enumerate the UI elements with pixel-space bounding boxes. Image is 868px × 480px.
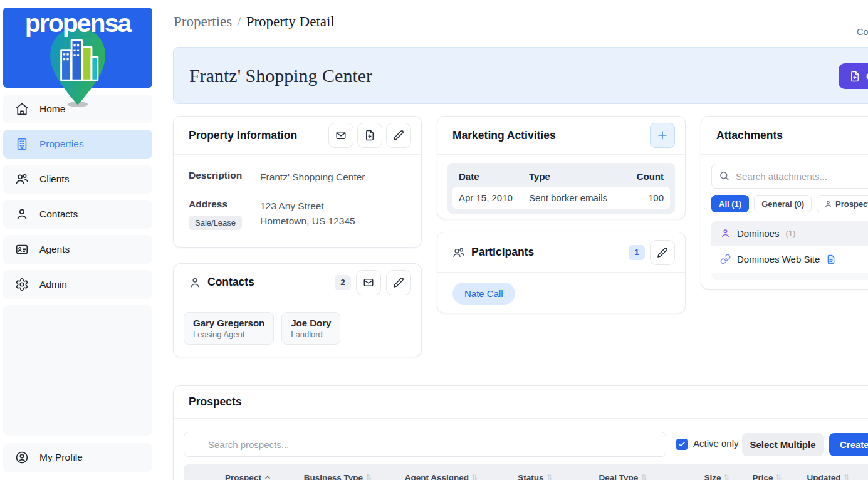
card-title: Attachments	[716, 129, 783, 142]
sort-icon: ⇅	[843, 473, 849, 480]
sort-icon: ⇅	[723, 473, 729, 480]
sidebar-item-label: Agents	[39, 244, 70, 255]
contacts-count-badge: 2	[335, 275, 351, 290]
users-icon	[452, 246, 465, 259]
column-header-prospect[interactable]: Prospect	[184, 473, 313, 480]
prospects-card: Prospects Active only Select Multiple Cr…	[173, 385, 868, 480]
user-icon	[189, 276, 201, 289]
breadcrumb: Properties/Property Detail	[174, 14, 335, 30]
sidebar-item-label: Clients	[39, 174, 69, 185]
document-icon	[826, 254, 836, 264]
active-only-label[interactable]: Active only	[693, 438, 739, 449]
sale-lease-badge: Sale/Lease	[189, 216, 242, 230]
sidebar-item-clients[interactable]: Clients	[3, 165, 152, 194]
pencil-icon	[657, 247, 668, 258]
column-header-price[interactable]: Price⇅	[739, 473, 795, 480]
attachment-group-row[interactable]: Dominoes (1)	[711, 221, 868, 246]
edit-contacts-button[interactable]	[386, 270, 411, 295]
edit-participants-button[interactable]	[650, 240, 675, 265]
attachments-search	[711, 164, 868, 189]
participants-card: Participants 1 Nate Call	[437, 232, 686, 313]
active-only-checkbox[interactable]	[676, 439, 688, 450]
generate-button[interactable]: Generate	[839, 63, 868, 89]
filter-pill-label: Prospect (1)	[835, 199, 868, 209]
activity-date: Apr 15, 2010	[459, 192, 529, 203]
sidebar-item-label: Properties	[39, 138, 84, 150]
column-header-deal-type[interactable]: Deal Type⇅	[551, 473, 695, 480]
sort-icon: ⇅	[471, 473, 478, 480]
edit-button[interactable]	[386, 123, 411, 148]
breadcrumb-current: Property Detail	[246, 14, 335, 29]
attachments-search-input[interactable]	[711, 164, 868, 189]
gear-icon	[15, 278, 29, 291]
attachments-card: Attachments All (1) General (0) Prospect…	[701, 116, 868, 290]
add-activity-button[interactable]	[650, 123, 675, 148]
sidebar-item-agents[interactable]: Agents	[3, 235, 152, 264]
filter-pill-all[interactable]: All (1)	[711, 195, 749, 212]
card-title: Participants	[471, 246, 534, 259]
sort-icon: ⇅	[641, 473, 647, 480]
sidebar-item-properties[interactable]: Properties	[3, 130, 152, 159]
contact-chip[interactable]: Gary Gregerson Leasing Agent	[184, 312, 274, 345]
description-value: Frantz' Shopping Center	[260, 170, 365, 185]
address-row: Address Sale/Lease 123 Any Street Hometo…	[189, 199, 406, 230]
participants-count-badge: 1	[629, 245, 645, 260]
participant-chip[interactable]: Nate Call	[452, 283, 515, 305]
table-row[interactable]: Apr 15, 2010 Sent borker emails 100	[452, 187, 670, 209]
contact-role: Leasing Agent	[193, 330, 264, 339]
prospects-search-input[interactable]	[184, 432, 666, 457]
attachment-link-label: Dominoes Web Site	[737, 254, 820, 264]
pencil-icon	[393, 277, 404, 288]
sidebar-item-my-profile[interactable]: My Profile	[3, 443, 152, 472]
filter-pill-general[interactable]: General (0)	[754, 195, 812, 212]
sidebar-spacer-panel	[3, 305, 152, 436]
check-icon	[678, 441, 686, 448]
users-icon	[15, 172, 29, 186]
column-header-business-type[interactable]: Business Type⇅	[313, 473, 363, 480]
mail-icon	[363, 277, 374, 288]
card-title: Property Information	[189, 129, 297, 142]
pencil-icon	[393, 130, 404, 141]
sidebar-item-admin[interactable]: Admin	[3, 270, 152, 299]
filter-pill-prospect[interactable]: Prospect (1)	[817, 195, 868, 212]
page-title: Frantz' Shopping Center	[189, 48, 372, 103]
address-label: Address Sale/Lease	[189, 199, 260, 230]
app-logo[interactable]: propensa	[3, 8, 152, 88]
building-icon	[15, 137, 29, 151]
activity-type: Sent borker emails	[529, 192, 625, 203]
select-multiple-button[interactable]: Select Multiple	[742, 433, 824, 456]
sort-icon: ⇅	[775, 473, 782, 480]
link-icon	[720, 254, 731, 264]
breadcrumb-properties-link[interactable]: Properties	[174, 14, 232, 29]
email-button[interactable]	[328, 123, 353, 148]
contact-chip[interactable]: Joe Dory Landlord	[281, 312, 340, 345]
address-value: 123 Any Street Hometown, US 12345	[260, 199, 355, 230]
connection-status-text: Connected	[857, 27, 868, 37]
user-icon	[720, 228, 731, 239]
home-icon	[15, 102, 29, 116]
contact-role: Landlord	[291, 330, 331, 339]
breadcrumb-separator: /	[232, 14, 246, 29]
column-header-status[interactable]: Status⇅	[520, 473, 551, 480]
sidebar-item-contacts[interactable]: Contacts	[3, 200, 152, 229]
column-header-agent-assigned[interactable]: Agent Assigned⇅	[363, 473, 520, 480]
column-header-date: Date	[459, 171, 529, 182]
contact-name: Joe Dory	[291, 318, 331, 328]
file-download-icon	[364, 130, 375, 141]
attachments-list: Dominoes (1) Dominoes Web Site	[711, 221, 868, 280]
export-document-button[interactable]	[357, 123, 382, 148]
attachment-group-count: (1)	[786, 229, 796, 238]
property-title-band: Frantz' Shopping Center Generate	[173, 47, 868, 104]
email-contacts-button[interactable]	[356, 270, 381, 295]
activity-count: 100	[625, 192, 664, 203]
create-button[interactable]: Create	[829, 433, 868, 456]
column-header-updated[interactable]: Updated⇅	[795, 473, 861, 480]
column-header-size[interactable]: Size⇅	[695, 473, 739, 480]
sidebar-item-label: Admin	[39, 279, 67, 290]
description-row: Description Frantz' Shopping Center	[189, 170, 406, 185]
plus-icon	[656, 129, 669, 142]
card-title: Contacts	[207, 276, 254, 289]
attachment-item-row[interactable]: Dominoes Web Site	[711, 246, 868, 273]
sidebar-item-label: Contacts	[39, 209, 78, 220]
attachment-group-name: Dominoes	[737, 228, 780, 239]
